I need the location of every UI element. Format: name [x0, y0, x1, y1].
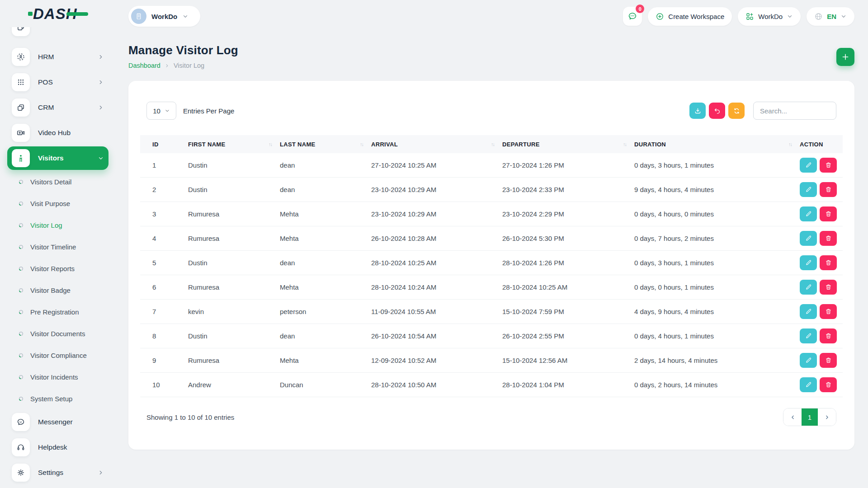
cell-arrival: 23-10-2024 10:29 AM — [371, 202, 502, 226]
cell-first-name: Rumuresa — [188, 348, 280, 373]
current-page-button[interactable]: 1 — [802, 408, 818, 426]
export-button[interactable] — [689, 103, 706, 119]
edit-button[interactable] — [800, 353, 817, 368]
sort-icon[interactable]: ↑↓ — [360, 141, 363, 147]
delete-button[interactable] — [820, 231, 837, 246]
sidebar-subitem-visitor-documents[interactable]: Visitor Documents — [7, 323, 108, 344]
pencil-icon — [805, 308, 812, 315]
edit-button[interactable] — [800, 304, 817, 319]
sort-icon[interactable]: ↑↓ — [491, 141, 494, 147]
sort-icon[interactable]: ↑↓ — [269, 141, 272, 147]
delete-button[interactable] — [820, 328, 837, 343]
edit-button[interactable] — [800, 206, 817, 221]
sidebar-subitem-visitor-log[interactable]: Visitor Log — [7, 214, 108, 236]
sidebar-item-video-hub[interactable]: Video Hub — [7, 120, 108, 145]
column-header-duration[interactable]: DURATION ↑↓ — [634, 135, 800, 153]
sidebar-item-pos[interactable]: POS — [7, 70, 108, 95]
search-input[interactable] — [753, 102, 836, 120]
edit-button[interactable] — [800, 377, 817, 392]
edit-button[interactable] — [800, 255, 817, 270]
sidebar-subitem-label: Visitor Log — [30, 221, 62, 229]
create-workspace-button[interactable]: Create Workspace — [648, 7, 732, 26]
sidebar-subitem-label: Visitor Badge — [30, 286, 71, 294]
column-header-arrival[interactable]: ARRIVAL ↑↓ — [371, 135, 502, 153]
language-selector[interactable]: EN — [807, 7, 854, 26]
cell-first-name: kevin — [188, 300, 280, 324]
bullet-icon — [18, 244, 24, 250]
column-header-departure[interactable]: DEPARTURE ↑↓ — [502, 135, 634, 153]
delete-button[interactable] — [820, 158, 837, 173]
column-header-action[interactable]: ACTION ↑↓ — [800, 135, 843, 153]
refresh-button[interactable] — [728, 103, 745, 119]
bullet-icon — [18, 374, 24, 380]
download-icon — [694, 107, 702, 115]
sidebar-subitem-visitor-incidents[interactable]: Visitor Incidents — [7, 366, 108, 388]
sidebar-item-helpdesk[interactable]: Helpdesk — [7, 435, 108, 460]
cell-first-name: Andrew — [188, 373, 280, 397]
add-visitor-log-button[interactable] — [836, 48, 854, 66]
pos-icon — [12, 73, 30, 91]
sidebar-nav: HRM POS CRM Video Hub Visitors Visitors … — [0, 27, 116, 485]
cell-last-name: peterson — [280, 300, 371, 324]
sidebar-subitem-visitors-detail[interactable]: Visitors Detail — [7, 171, 108, 192]
cell-arrival: 12-09-2024 10:52 AM — [371, 348, 502, 373]
sidebar-item-visitors[interactable]: Visitors — [7, 146, 108, 170]
table-footer: Showing 1 to 10 of 10 entries 1 — [140, 408, 843, 426]
breadcrumb-dashboard-link[interactable]: Dashboard — [128, 62, 160, 69]
edit-button[interactable] — [800, 158, 817, 173]
crm-icon — [12, 99, 30, 117]
delete-button[interactable] — [820, 182, 837, 197]
workspace-selector[interactable]: WorkDo — [128, 6, 200, 27]
delete-button[interactable] — [820, 206, 837, 221]
sidebar-subitem-visitor-reports[interactable]: Visitor Reports — [7, 258, 108, 279]
sidebar-subitem-visitor-badge[interactable]: Visitor Badge — [7, 279, 108, 301]
cell-action — [800, 178, 843, 202]
topbar-actions: 0 Create Workspace WorkDo EN — [623, 7, 854, 26]
cell-arrival: 23-10-2024 10:29 AM — [371, 178, 502, 202]
sidebar-subitem-visit-purpose[interactable]: Visit Purpose — [7, 192, 108, 214]
sidebar-item-settings[interactable]: Settings — [7, 460, 108, 485]
sidebar-subitem-system-setup[interactable]: System Setup — [7, 388, 108, 409]
entries-per-page-select[interactable]: 10 — [146, 102, 176, 120]
sidebar-subitem-visitor-compliance[interactable]: Visitor Compliance — [7, 344, 108, 366]
sort-icon[interactable]: ↑↓ — [788, 141, 792, 147]
edit-button[interactable] — [800, 231, 817, 246]
reset-button[interactable] — [709, 103, 725, 119]
undo-icon — [713, 107, 721, 115]
app-logo[interactable]: DASH — [0, 0, 116, 27]
sidebar-item-messenger[interactable]: Messenger — [7, 409, 108, 435]
column-header-first-name[interactable]: FIRST NAME ↑↓ — [188, 135, 280, 153]
sidebar-subitem-visitor-timeline[interactable]: Visitor Timeline — [7, 236, 108, 258]
edit-button[interactable] — [800, 182, 817, 197]
sidebar-subitem-pre-registration[interactable]: Pre Registration — [7, 301, 108, 323]
sidebar-item-crm[interactable]: CRM — [7, 95, 108, 120]
edit-button[interactable] — [800, 280, 817, 295]
delete-button[interactable] — [820, 280, 837, 295]
delete-button[interactable] — [820, 353, 837, 368]
pencil-icon — [805, 235, 812, 242]
column-header-last-name[interactable]: LAST NAME ↑↓ — [280, 135, 371, 153]
sidebar-item-label: Settings — [38, 469, 63, 477]
delete-button[interactable] — [820, 377, 837, 392]
edit-button[interactable] — [800, 328, 817, 343]
settings-icon — [12, 464, 30, 482]
sort-icon[interactable]: ↑↓ — [623, 141, 626, 147]
cell-departure: 26-10-2024 2:55 PM — [502, 324, 634, 348]
previous-page-button[interactable] — [783, 408, 802, 426]
pencil-icon — [805, 186, 812, 193]
messenger-icon — [12, 413, 30, 431]
next-page-button[interactable] — [818, 408, 836, 426]
bullet-icon — [18, 266, 24, 272]
breadcrumb-current: Visitor Log — [174, 62, 204, 69]
delete-button[interactable] — [820, 304, 837, 319]
messages-button[interactable]: 0 — [623, 7, 642, 26]
trash-icon — [825, 259, 832, 266]
workspace-menu-button[interactable]: WorkDo — [738, 7, 801, 26]
sidebar: DASH HRM POS CRM Video Hub — [0, 0, 116, 488]
delete-button[interactable] — [820, 255, 837, 270]
cell-action — [800, 275, 843, 300]
table-row: 7 kevin peterson 11-09-2024 10:55 AM 15-… — [140, 300, 843, 324]
sidebar-item-clipped[interactable] — [7, 27, 108, 42]
sidebar-item-hrm[interactable]: HRM — [7, 44, 108, 70]
column-header-id[interactable]: ID ↑↓ — [140, 135, 188, 153]
